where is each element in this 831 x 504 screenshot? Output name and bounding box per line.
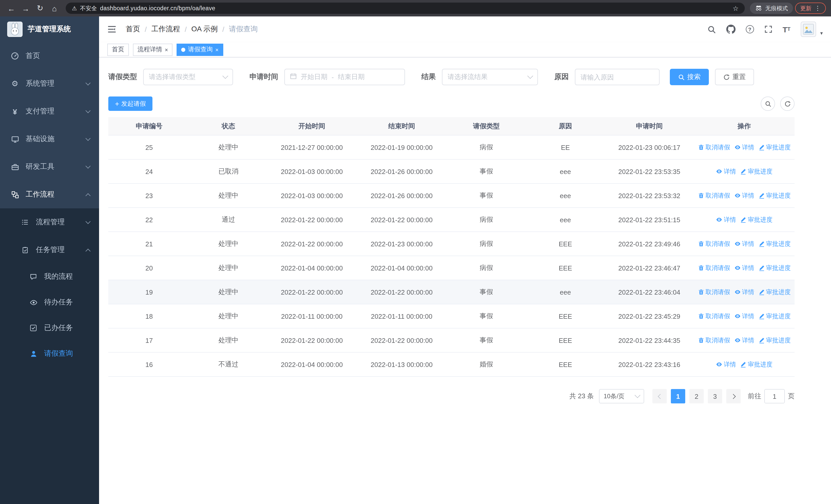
refresh-table-button[interactable]: [780, 96, 795, 111]
update-label[interactable]: 更新: [800, 4, 811, 12]
sidebar-item-devtools[interactable]: 研发工具: [0, 153, 99, 181]
avatar[interactable]: [801, 22, 816, 37]
sidebar-item-infra[interactable]: 基础设施: [0, 125, 99, 153]
detail-link[interactable]: 详情: [734, 312, 754, 321]
result-select[interactable]: 请选择流结果: [442, 69, 538, 85]
table-row[interactable]: 25处理中2021-12-27 00:00:002022-01-19 00:00…: [108, 136, 795, 159]
cancel-leave-link[interactable]: 取消请假: [698, 143, 730, 152]
help-icon[interactable]: ?: [746, 25, 754, 33]
sidebar-item-my-process[interactable]: 我的流程: [0, 264, 99, 290]
address-bar[interactable]: ⚠ 不安全 dashboard.yudao.iocoder.cn/bpm/oa/…: [66, 3, 745, 14]
toggle-search-button[interactable]: [761, 96, 775, 111]
create-leave-button[interactable]: + 发起请假: [108, 96, 152, 111]
reset-button[interactable]: 重置: [715, 69, 754, 85]
security-label[interactable]: 不安全: [80, 4, 97, 12]
browser-menu-icon[interactable]: ⋮: [814, 5, 821, 12]
detail-link[interactable]: 详情: [716, 360, 736, 369]
font-size-icon[interactable]: TT: [782, 25, 791, 33]
table-row[interactable]: 22通过2022-01-22 00:00:002022-01-22 00:00:…: [108, 208, 795, 232]
cell-actions: 取消请假详情审批进度: [694, 312, 795, 321]
approval-progress-link[interactable]: 审批进度: [740, 360, 773, 369]
home-icon[interactable]: ⌂: [48, 2, 61, 14]
approval-progress-link[interactable]: 审批进度: [758, 143, 791, 152]
close-icon[interactable]: ×: [165, 47, 168, 53]
detail-link[interactable]: 详情: [734, 143, 754, 152]
sidebar-item-leave-query[interactable]: 请假查询: [0, 341, 99, 366]
tab-process-detail[interactable]: 流程详情 ×: [133, 43, 173, 56]
table-row[interactable]: 19处理中2022-01-22 00:00:002022-01-22 00:00…: [108, 280, 795, 304]
table-row[interactable]: 18处理中2022-01-11 00:00:002022-01-11 00:00…: [108, 304, 795, 328]
detail-link[interactable]: 详情: [734, 191, 754, 200]
table-row[interactable]: 20处理中2022-01-04 00:00:002022-01-04 00:00…: [108, 256, 795, 280]
page-size-select[interactable]: 10条/页: [599, 389, 644, 404]
cancel-leave-link[interactable]: 取消请假: [698, 312, 730, 321]
fullscreen-icon[interactable]: [764, 25, 772, 33]
cell-type: 事假: [447, 191, 526, 200]
cell-id: 19: [108, 288, 190, 296]
approval-progress-link[interactable]: 审批进度: [758, 336, 791, 345]
cell-id: 20: [108, 264, 190, 272]
detail-link[interactable]: 详情: [734, 264, 754, 272]
approval-progress-link[interactable]: 审批进度: [758, 191, 791, 200]
reload-icon[interactable]: ↻: [34, 2, 46, 14]
table-row[interactable]: 23处理中2022-01-03 00:00:002022-01-26 00:00…: [108, 184, 795, 208]
url-text[interactable]: dashboard.yudao.iocoder.cn/bpm/oa/leave: [100, 5, 215, 11]
search-icon[interactable]: [707, 25, 716, 34]
prev-page-button[interactable]: [652, 389, 667, 404]
sidebar-item-system[interactable]: ⚙ 系统管理: [0, 70, 99, 97]
table-row[interactable]: 21处理中2022-01-22 00:00:002022-01-23 00:00…: [108, 232, 795, 256]
breadcrumb-home[interactable]: 首页: [126, 25, 140, 34]
sidebar-item-home[interactable]: 首页: [0, 42, 99, 70]
action-label: 详情: [724, 360, 736, 369]
browser-update-button[interactable]: 更新 ⋮: [795, 3, 826, 14]
tab-leave-query[interactable]: 请假查询 ×: [177, 43, 223, 56]
github-icon[interactable]: [726, 25, 735, 34]
tab-home[interactable]: 首页: [107, 43, 129, 56]
sidebar-item-todo-tasks[interactable]: 待办任务: [0, 290, 99, 315]
sidebar-item-done-tasks[interactable]: 已办任务: [0, 315, 99, 341]
cancel-leave-link[interactable]: 取消请假: [698, 288, 730, 296]
detail-link[interactable]: 详情: [716, 215, 736, 224]
table-row[interactable]: 24已取消2022-01-03 00:00:002022-01-26 00:00…: [108, 159, 795, 184]
next-page-button[interactable]: [726, 389, 741, 404]
sidebar-item-payment[interactable]: ¥ 支付管理: [0, 97, 99, 125]
sidebar-item-task-mgmt[interactable]: 任务管理: [0, 236, 99, 264]
approval-progress-link[interactable]: 审批进度: [758, 288, 791, 296]
approval-progress-link[interactable]: 审批进度: [758, 264, 791, 272]
approval-progress-link[interactable]: 审批进度: [758, 239, 791, 248]
cancel-leave-link[interactable]: 取消请假: [698, 264, 730, 272]
hamburger-icon[interactable]: [107, 24, 118, 34]
sidebar-item-workflow[interactable]: 工作流程: [0, 181, 99, 208]
page-button-2[interactable]: 2: [689, 389, 704, 404]
approval-progress-link[interactable]: 审批进度: [740, 167, 773, 176]
close-icon[interactable]: ×: [215, 47, 219, 53]
cancel-leave-link[interactable]: 取消请假: [698, 336, 730, 345]
chevron-down-icon[interactable]: ▾: [820, 30, 823, 37]
table-row[interactable]: 17处理中2022-01-22 00:00:002022-01-22 00:00…: [108, 328, 795, 353]
breadcrumb-oa[interactable]: OA 示例: [192, 25, 218, 34]
forward-icon[interactable]: →: [20, 2, 32, 14]
cancel-leave-link[interactable]: 取消请假: [698, 239, 730, 248]
back-icon[interactable]: ←: [5, 2, 18, 14]
table-row[interactable]: 16不通过2022-01-04 00:00:002022-01-13 00:00…: [108, 353, 795, 377]
end-date-placeholder[interactable]: 结束日期: [338, 72, 365, 82]
action-label: 详情: [742, 143, 754, 152]
approval-progress-link[interactable]: 审批进度: [740, 215, 773, 224]
detail-link[interactable]: 详情: [734, 336, 754, 345]
apply-time-range-picker[interactable]: 开始日期 - 结束日期: [284, 69, 405, 85]
page-button-3[interactable]: 3: [708, 389, 722, 404]
detail-link[interactable]: 详情: [716, 167, 736, 176]
start-date-placeholder[interactable]: 开始日期: [301, 72, 327, 82]
bookmark-star-icon[interactable]: ☆: [733, 4, 739, 12]
search-button[interactable]: 搜索: [670, 69, 709, 85]
cancel-leave-link[interactable]: 取消请假: [698, 191, 730, 200]
leave-type-select[interactable]: 请选择请假类型: [143, 69, 233, 85]
detail-link[interactable]: 详情: [734, 288, 754, 296]
goto-page-input[interactable]: [764, 389, 785, 404]
reason-input[interactable]: [575, 69, 660, 85]
detail-link[interactable]: 详情: [734, 239, 754, 248]
page-button-1[interactable]: 1: [671, 389, 685, 404]
breadcrumb-workflow[interactable]: 工作流程: [151, 25, 180, 34]
approval-progress-link[interactable]: 审批进度: [758, 312, 791, 321]
sidebar-item-process-mgmt[interactable]: 流程管理: [0, 208, 99, 236]
